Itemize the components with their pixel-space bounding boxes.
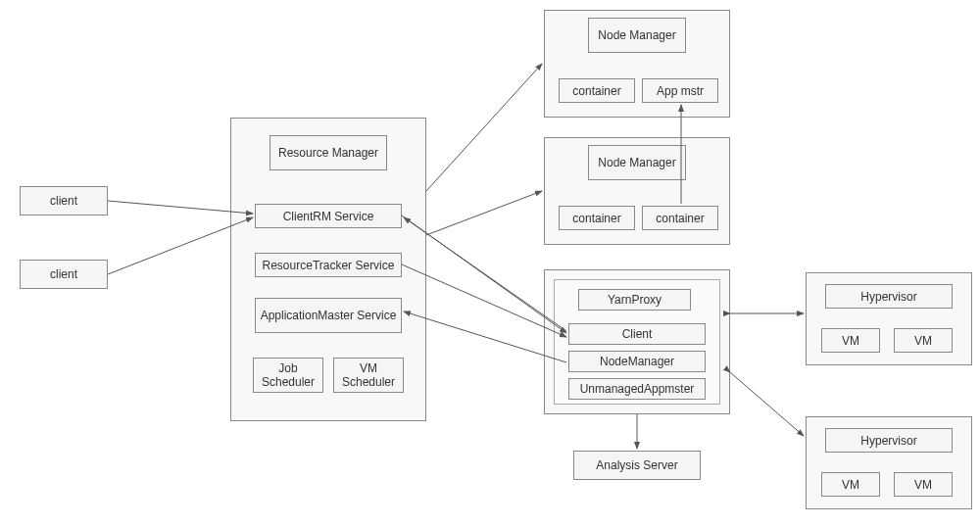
hypervisor2-vm1-box: VM bbox=[821, 472, 880, 497]
hypervisor-1-title: Hypervisor bbox=[825, 284, 953, 309]
resource-manager-title: Resource Manager bbox=[270, 135, 387, 170]
node2-container1-box: container bbox=[559, 206, 635, 230]
resourcetracker-service-box: ResourceTracker Service bbox=[255, 253, 402, 277]
svg-line-6 bbox=[402, 264, 566, 337]
applicationmaster-service-box: ApplicationMaster Service bbox=[255, 298, 402, 333]
vm-scheduler-box: VM Scheduler bbox=[333, 358, 404, 393]
svg-line-8 bbox=[404, 217, 566, 331]
hypervisor1-vm2-box: VM bbox=[894, 328, 953, 353]
analysis-server-box: Analysis Server bbox=[573, 451, 701, 480]
yarnproxy-box: YarnProxy bbox=[578, 289, 691, 311]
hypervisor-2-title: Hypervisor bbox=[825, 428, 953, 453]
proxy-nodemanager-box: NodeManager bbox=[568, 351, 706, 372]
node-manager-2-title: Node Manager bbox=[588, 145, 686, 180]
node1-container-box: container bbox=[559, 78, 635, 103]
proxy-client-box: Client bbox=[568, 323, 706, 345]
node2-container2-box: container bbox=[642, 206, 718, 230]
node-manager-1-title: Node Manager bbox=[588, 18, 686, 53]
clientrm-service-box: ClientRM Service bbox=[255, 204, 402, 228]
svg-line-5 bbox=[402, 216, 566, 333]
svg-line-12 bbox=[730, 372, 804, 436]
unmanaged-appmster-box: UnmanagedAppmster bbox=[568, 378, 706, 400]
node1-appmstr-box: App mstr bbox=[642, 78, 718, 103]
job-scheduler-box: Job Scheduler bbox=[253, 358, 323, 393]
svg-line-4 bbox=[426, 191, 542, 235]
client-box-2: client bbox=[20, 260, 108, 289]
svg-line-7 bbox=[404, 311, 566, 362]
hypervisor1-vm1-box: VM bbox=[821, 328, 880, 353]
svg-line-3 bbox=[426, 64, 542, 191]
hypervisor2-vm2-box: VM bbox=[894, 472, 953, 497]
client-box-1: client bbox=[20, 186, 108, 216]
